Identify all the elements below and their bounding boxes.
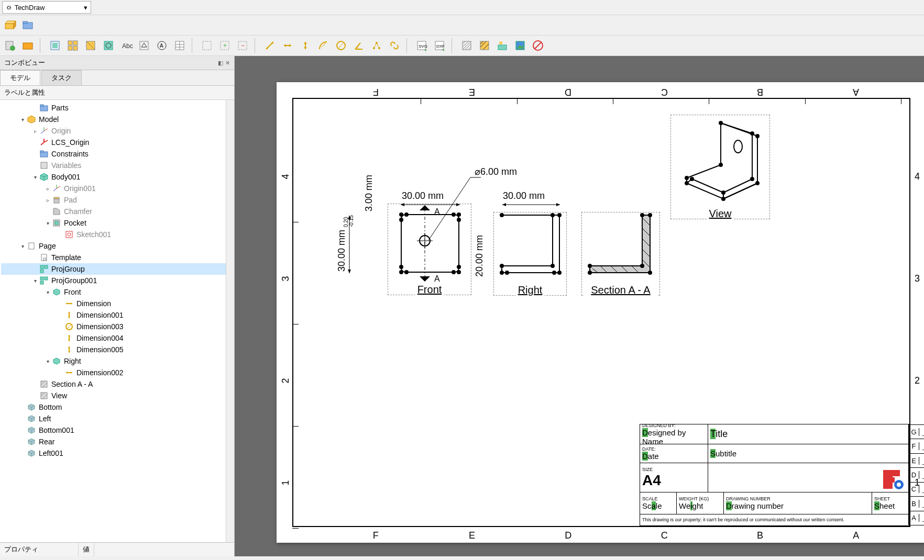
page-icon [26, 241, 37, 251]
tree-item-origin001[interactable]: ▹Origin001 [1, 183, 233, 194]
svg-text:A: A [434, 274, 440, 283]
tree-item-dimension005[interactable]: Dimension005 [1, 344, 233, 355]
zone-bottom-D: D [565, 530, 571, 541]
tree-item-chamfer[interactable]: Chamfer [1, 206, 233, 217]
svg-point-218 [750, 131, 754, 136]
folder-button[interactable] [20, 17, 36, 33]
tree-item-dimension003[interactable]: Dimension003 [1, 321, 233, 332]
rev-B: B_ [909, 497, 924, 511]
tree-item-pocket[interactable]: ▾Pocket [1, 217, 233, 229]
dim-d-icon [64, 322, 74, 331]
chevron-down-icon: ▾ [84, 4, 87, 12]
tab-model[interactable]: モデル [0, 70, 40, 85]
dim-length-button[interactable] [262, 38, 278, 53]
dim-radius-button[interactable] [315, 38, 331, 53]
dim-diameter-button[interactable] [333, 38, 349, 53]
svg-line-76 [41, 142, 44, 145]
insert-view-button[interactable] [47, 38, 63, 53]
tree-item-origin[interactable]: ▹Origin [1, 125, 233, 137]
tree-item-variables[interactable]: Variables [1, 160, 233, 171]
view-section[interactable]: Section A - A [581, 212, 660, 296]
tab-task[interactable]: タスク [41, 70, 82, 85]
svg-point-182 [500, 271, 504, 275]
close-panel-icon[interactable]: ✕ [225, 60, 230, 66]
image-button[interactable] [512, 38, 528, 53]
clip-group-button[interactable] [199, 38, 215, 53]
dim-front-tol-bot: -0.15 [348, 215, 354, 227]
drawing-canvas[interactable]: FEDCBA FEDCBA 4321 4321 A A [235, 56, 924, 556]
svg-point-201 [640, 213, 644, 217]
dim-3pt-angle-button[interactable] [369, 38, 384, 53]
box-icon [26, 449, 37, 458]
clip-add-button[interactable]: + [217, 38, 233, 53]
svg-text:DXF: DXF [436, 44, 445, 49]
view-label-iso: View [707, 208, 734, 220]
axis-icon [51, 184, 62, 193]
tree-item-projgroup001[interactable]: ▾ProjGroup001 [1, 275, 233, 286]
svg-marker-189 [502, 203, 506, 206]
box-icon [26, 425, 37, 435]
clip-remove-button[interactable]: − [235, 38, 250, 53]
tree-item-dimension004[interactable]: Dimension004 [1, 332, 233, 344]
tree-item-right[interactable]: ▾Right [1, 355, 233, 367]
tree-item-constraints[interactable]: Constraints [1, 148, 233, 160]
svg-point-162 [457, 270, 461, 274]
view-right[interactable]: Right [493, 212, 567, 296]
tree-item-view[interactable]: View [1, 390, 233, 401]
svg-point-93 [68, 233, 71, 236]
annotation-button[interactable]: Abc [118, 38, 134, 53]
dim-horizontal-button[interactable] [280, 38, 295, 53]
symbol-button[interactable] [494, 38, 510, 53]
svg-point-208 [685, 181, 689, 185]
tree-item-lcs_origin[interactable]: LCS_Origin [1, 137, 233, 148]
dim-angle-button[interactable] [351, 38, 367, 53]
dim-vertical-button[interactable] [298, 38, 313, 53]
svg-point-181 [557, 271, 562, 275]
zone-right-2: 2 [915, 375, 920, 386]
tree-item-page[interactable]: ▾Page [1, 240, 233, 252]
undock-icon[interactable]: ◧ [218, 60, 223, 66]
spreadsheet-button[interactable] [172, 38, 188, 53]
tree-item-front[interactable]: ▾Front [1, 286, 233, 298]
workbench-selector[interactable]: ⛭ TechDraw ▾ [2, 1, 91, 14]
svg-rect-14 [86, 41, 95, 50]
hatch-button[interactable] [459, 38, 475, 53]
tree-item-template[interactable]: Template [1, 252, 233, 263]
export-svg-button[interactable]: SVG [414, 38, 430, 53]
detail-view-button[interactable] [101, 38, 116, 53]
tree-item-projgroup[interactable]: ProjGroup [1, 263, 233, 275]
tree-item-pad[interactable]: ▹Pad [1, 194, 233, 206]
value-column: 値 [79, 543, 94, 556]
tree-item-left[interactable]: Left [1, 413, 233, 424]
tree-item-model[interactable]: ▾Model [1, 114, 233, 125]
sketch-icon [64, 230, 74, 239]
new-page-button[interactable] [2, 38, 18, 53]
tree-item-sketch001[interactable]: Sketch001 [1, 229, 233, 240]
svg-line-57 [468, 47, 471, 50]
tree-item-left001[interactable]: Left001 [1, 447, 233, 459]
view-iso[interactable]: View [670, 115, 770, 219]
tree-item-body001[interactable]: ▾Body001 [1, 171, 233, 183]
tree-item-dimension[interactable]: Dimension [1, 298, 233, 309]
tree-item-rear[interactable]: Rear [1, 436, 233, 447]
tree-item-dimension002[interactable]: Dimension002 [1, 367, 233, 378]
geom-hatch-button[interactable] [477, 38, 492, 53]
export-dxf-button[interactable]: DXF [432, 38, 447, 53]
new-part-button[interactable] [2, 17, 18, 33]
tree-item-bottom[interactable]: Bottom [1, 401, 233, 413]
tree-item-bottom001[interactable]: Bottom001 [1, 424, 233, 436]
tree-item-section-a---a[interactable]: Section A - A [1, 378, 233, 390]
multi-view-button[interactable] [65, 38, 81, 53]
section-view-button[interactable] [83, 38, 98, 53]
tree-item-parts[interactable]: Parts [1, 102, 233, 114]
toggle-frame-button[interactable] [530, 38, 546, 53]
draft-view-button[interactable] [136, 38, 152, 53]
body-icon [39, 172, 49, 182]
svg-marker-89 [53, 208, 60, 215]
svg-point-44 [378, 47, 380, 49]
open-page-button[interactable] [20, 38, 36, 53]
dim-link-button[interactable] [387, 38, 402, 53]
arch-view-button[interactable]: A [154, 38, 170, 53]
tree-item-dimension001[interactable]: Dimension001 [1, 309, 233, 321]
tree-scrollbar[interactable] [226, 100, 234, 542]
